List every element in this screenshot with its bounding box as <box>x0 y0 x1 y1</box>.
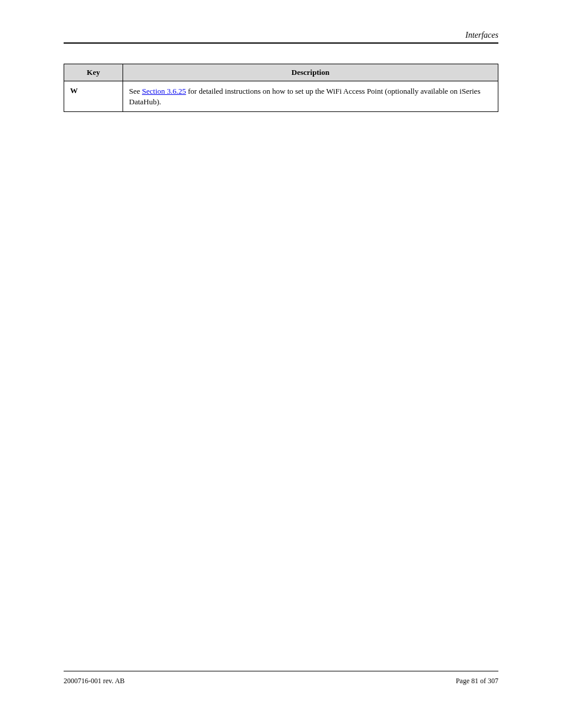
table-header-key: Key <box>64 64 123 81</box>
table-cell-key: W <box>64 81 123 112</box>
page-header-right: Interfaces <box>465 31 498 40</box>
footer-doc-rev: 2000716-001 rev. AB <box>64 677 125 686</box>
table-header-row: Key Description <box>64 64 498 81</box>
footer-divider <box>64 671 498 671</box>
key-description-table: Key Description W See Section 3.6.25 for… <box>64 64 498 112</box>
table-header-description: Description <box>123 64 498 81</box>
section-link[interactable]: Section 3.6.25 <box>142 87 186 95</box>
desc-text-before: See <box>129 87 142 95</box>
table-row: W See Section 3.6.25 for detailed instru… <box>64 81 498 112</box>
footer-page-number: Page 81 of 307 <box>456 677 498 686</box>
header-divider <box>64 42 498 44</box>
table-cell-description: See Section 3.6.25 for detailed instruct… <box>123 81 498 112</box>
